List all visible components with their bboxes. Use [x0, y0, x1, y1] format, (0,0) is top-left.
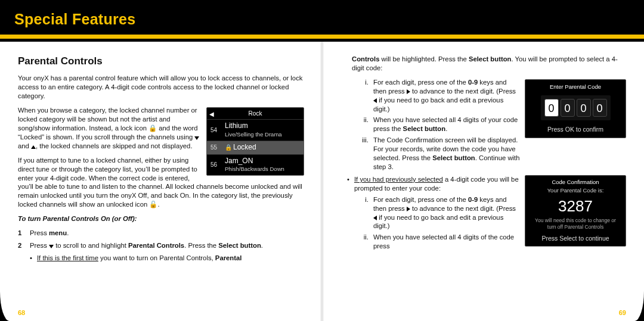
page-number-right: 69: [619, 308, 626, 317]
chan-name: Lithium: [225, 121, 300, 131]
unlock-icon-inline: 🔓: [149, 201, 157, 208]
back-arrow-icon: ◀: [209, 110, 214, 118]
confirm-note: You will need this code to change or tur…: [525, 217, 626, 232]
page-number-left: 68: [18, 308, 25, 317]
chan-row-locked: 55 🔒Locked: [207, 141, 304, 155]
chan-sub: Phish/Backwards Down: [225, 166, 300, 173]
page-header: Special Features: [0, 0, 644, 35]
code-digit-3: 0: [577, 99, 591, 117]
chan-head: ◀ Rock: [207, 108, 304, 120]
step-2: 2 Press to scroll to and highlight Paren…: [18, 241, 304, 250]
lock-icon-inline: 🔒: [148, 124, 157, 132]
up-arrow-icon: [31, 145, 36, 149]
confirm-subtitle: Your Parental Code is:: [525, 187, 626, 195]
continuation-line: Controls will be highlighted. Press the …: [352, 55, 626, 73]
substep-i: i.For each digit, press one of the 0-9 k…: [358, 78, 520, 114]
lock-icon: 🔒: [225, 144, 232, 151]
chan-num: 55: [210, 144, 221, 151]
channel-list-screenshot: ◀ Rock 54 Lithium Live/Selling the Drama…: [206, 107, 304, 176]
code-digits: 0 0 0 0: [541, 95, 611, 120]
previously-selected-bullet: • If you had previously selected a 4-dig…: [347, 175, 520, 193]
steps-list: 1 Press menu. 2 Press to scroll to and h…: [18, 229, 304, 250]
step-2-sub: • If this is the first time you want to …: [30, 254, 304, 263]
code-confirmation-screenshot: Code Confirmation Your Parental Code is:…: [525, 175, 626, 247]
substep-j-ii: ii.When you have selected all 4 digits o…: [358, 233, 520, 251]
confirm-code: 3287: [525, 195, 626, 217]
chan-row-1: 54 Lithium Live/Selling the Drama: [207, 120, 304, 141]
chan-row-3: 56 Jam_ON Phish/Backwards Down: [207, 155, 304, 175]
chan-num: 54: [210, 126, 221, 134]
bullet-icon: •: [347, 175, 349, 193]
text-with-screenshot: ◀ Rock 54 Lithium Live/Selling the Drama…: [18, 106, 304, 209]
code-screen-title: Enter Parental Code: [525, 80, 626, 94]
down-arrow-icon: [194, 136, 199, 140]
bullet-icon: •: [30, 254, 32, 263]
chan-num: 56: [210, 161, 221, 169]
chan-name: Jam_ON: [225, 157, 300, 166]
confirm-title: Code Confirmation: [525, 176, 626, 188]
substep-j-i: i.For each digit, press one of the 0-9 k…: [358, 195, 520, 231]
down-arrow-icon: [49, 245, 54, 248]
instruction-heading: To turn Parental Controls On (or Off):: [18, 214, 304, 223]
chan-category: Rock: [249, 110, 262, 117]
chan-name-locked: 🔒Locked: [225, 143, 300, 152]
step-1: 1 Press menu.: [18, 229, 304, 238]
page-title: Special Features: [14, 11, 630, 28]
code-digit-2: 0: [561, 99, 575, 117]
substep-iii: iii.The Code Confirmation screen will be…: [358, 136, 520, 172]
enter-code-screenshot: Enter Parental Code 0 0 0 0 Press OK to …: [525, 79, 626, 138]
substep-ii: ii.When you have selected all 4 digits o…: [358, 116, 520, 133]
code-digit-4: 0: [593, 99, 607, 117]
intro-paragraph: Your onyX has a parental control feature…: [18, 74, 304, 101]
left-page: Parental Controls Your onyX has a parent…: [0, 40, 322, 321]
code-screen-hint: Press OK to confirm: [525, 123, 626, 135]
chan-sub: Live/Selling the Drama: [225, 131, 300, 139]
confirm-press: Press Select to continue: [525, 233, 626, 244]
right-page: Controls will be highlighted. Press the …: [322, 40, 644, 321]
section-heading: Parental Controls: [18, 55, 304, 68]
page-spread: Parental Controls Your onyX has a parent…: [0, 40, 644, 321]
header-accent-bar: [0, 35, 644, 39]
code-digit-1: 0: [544, 99, 559, 117]
manual-spread: Special Features Parental Controls Your …: [0, 0, 644, 321]
